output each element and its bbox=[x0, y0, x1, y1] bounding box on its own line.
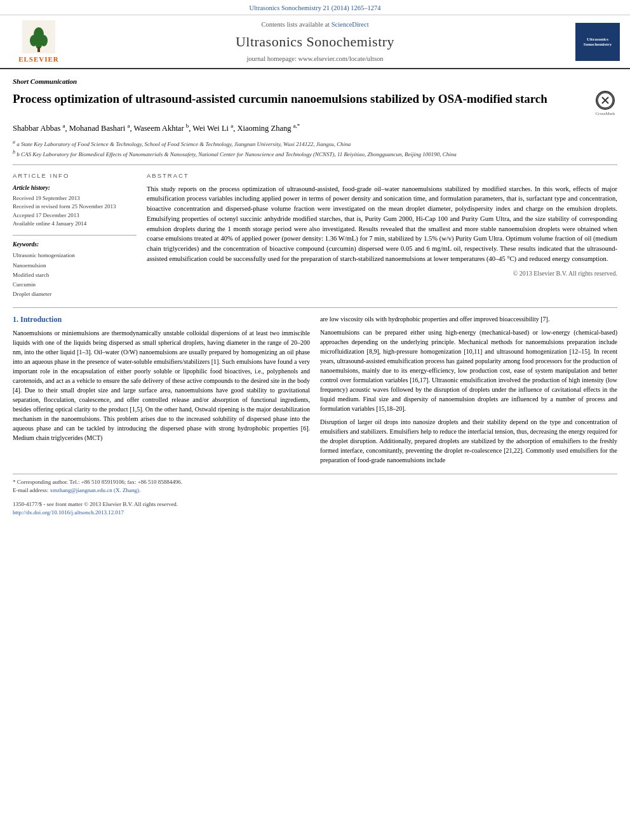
footnote-section: * Corresponding author. Tel.: +86 510 85… bbox=[13, 474, 617, 517]
crossmark-badge: CrossMark bbox=[593, 91, 617, 116]
citation-text: Ultrasonics Sonochemistry 21 (2014) 1265… bbox=[249, 4, 380, 11]
elsevier-logo: ELSEVIER bbox=[10, 20, 67, 64]
keyword-1: Ultrasonic homogenization bbox=[13, 251, 137, 260]
introduction-section: 1. Introduction Nanoemulsions or miniemu… bbox=[13, 307, 617, 469]
journal-logo-right: UltrasonicsSonochemistry bbox=[563, 23, 620, 61]
abstract-label: ABSTRACT bbox=[147, 171, 617, 180]
email-link[interactable]: xmzhang@jiangnan.edu.cn (X. Zhang). bbox=[50, 487, 140, 493]
keyword-2: Nanoemulsion bbox=[13, 261, 137, 270]
corresponding-author-note: * Corresponding author. Tel.: +86 510 85… bbox=[13, 478, 617, 487]
copyright-line: © 2013 Elsevier B.V. All rights reserved… bbox=[147, 269, 617, 278]
revised-date: Received in revised form 25 November 201… bbox=[13, 203, 137, 211]
article-history-block: Article history: Received 19 September 2… bbox=[13, 184, 137, 229]
sciencedirect-link[interactable]: ScienceDirect bbox=[332, 21, 369, 28]
article-info-label: ARTICLE INFO bbox=[13, 171, 137, 180]
affiliation-b: b b CAS Key Laboratory for Biomedical Ef… bbox=[13, 149, 617, 159]
keywords-label: Keywords: bbox=[13, 241, 137, 249]
svg-point-4 bbox=[34, 27, 44, 41]
authors-line: Shabbar Abbas a, Mohanad Bashari a, Wase… bbox=[13, 122, 617, 135]
issn-bar: 1350-4177/$ - see front matter © 2013 El… bbox=[13, 500, 617, 517]
intro-para-4: Disruption of larger oil drops into nano… bbox=[320, 417, 617, 465]
divider bbox=[13, 235, 137, 236]
intro-para-3: Nanoemulsions can be prepared either usi… bbox=[320, 328, 617, 413]
email-note: E-mail address: xmzhang@jiangnan.edu.cn … bbox=[13, 486, 617, 495]
intro-right-col: are low viscosity oils with hydrophobic … bbox=[320, 314, 617, 469]
abstract-text: This study reports on the process optimi… bbox=[147, 184, 617, 264]
intro-columns: 1. Introduction Nanoemulsions or miniemu… bbox=[13, 314, 617, 469]
issn-text: 1350-4177/$ - see front matter © 2013 El… bbox=[13, 500, 617, 509]
svg-rect-5 bbox=[37, 47, 40, 52]
accepted-date: Accepted 17 December 2013 bbox=[13, 211, 137, 220]
affiliations-block: a a State Key Laboratory of Food Science… bbox=[13, 138, 617, 158]
contents-line: Contents lists available at ScienceDirec… bbox=[67, 20, 563, 30]
page: Ultrasonics Sonochemistry 21 (2014) 1265… bbox=[0, 0, 630, 840]
article-info-column: ARTICLE INFO Article history: Received 1… bbox=[13, 171, 137, 299]
keyword-3: Modified starch bbox=[13, 270, 137, 280]
article-title: Process optimization of ultrasound-assis… bbox=[13, 91, 587, 107]
online-date: Available online 4 January 2014 bbox=[13, 220, 137, 229]
keyword-5: Droplet diameter bbox=[13, 290, 137, 299]
journal-header: ELSEVIER Contents lists available at Sci… bbox=[0, 15, 630, 69]
crossmark-svg bbox=[597, 92, 613, 109]
article-content: Short Communication Process optimization… bbox=[0, 69, 630, 525]
article-type-label: Short Communication bbox=[13, 77, 617, 86]
abstract-column: ABSTRACT This study reports on the proce… bbox=[147, 171, 617, 299]
elsevier-logo-block: ELSEVIER bbox=[10, 20, 67, 64]
elsevier-label: ELSEVIER bbox=[18, 55, 59, 64]
journal-name: Ultrasonics Sonochemistry bbox=[67, 32, 563, 52]
received-date: Received 19 September 2013 bbox=[13, 194, 137, 203]
intro-left-col: 1. Introduction Nanoemulsions or miniemu… bbox=[13, 314, 310, 469]
journal-title-block: Contents lists available at ScienceDirec… bbox=[67, 20, 563, 63]
doi-anchor[interactable]: http://dx.doi.org/10.1016/j.ultsonch.201… bbox=[13, 509, 124, 516]
title-row: Process optimization of ultrasound-assis… bbox=[13, 91, 617, 116]
elsevier-tree-icon bbox=[22, 20, 55, 53]
crossmark-icon bbox=[596, 91, 615, 110]
info-abstract-columns: ARTICLE INFO Article history: Received 1… bbox=[13, 164, 617, 299]
homepage-line: journal homepage: www.elsevier.com/locat… bbox=[67, 55, 563, 64]
ultrasonics-logo: UltrasonicsSonochemistry bbox=[575, 23, 620, 61]
doi-link: http://dx.doi.org/10.1016/j.ultsonch.201… bbox=[13, 509, 617, 517]
keyword-4: Curcumin bbox=[13, 280, 137, 290]
intro-para-1: Nanoemulsions or miniemulsions are therm… bbox=[13, 328, 310, 443]
intro-heading: 1. Introduction bbox=[13, 314, 310, 325]
crossmark-label: CrossMark bbox=[595, 111, 615, 117]
history-label: Article history: bbox=[13, 184, 137, 192]
journal-citation-bar: Ultrasonics Sonochemistry 21 (2014) 1265… bbox=[0, 0, 630, 15]
affiliation-a: a a State Key Laboratory of Food Science… bbox=[13, 138, 617, 149]
intro-para-2: are low viscosity oils with hydrophobic … bbox=[320, 314, 617, 324]
